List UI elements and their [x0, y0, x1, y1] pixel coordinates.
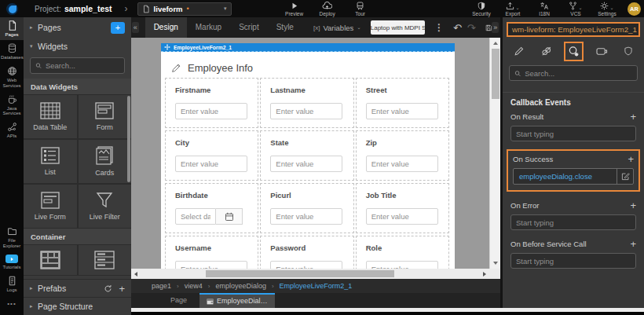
selected-widget-bar[interactable]: EmployeeLiveForm2_1 — [161, 43, 455, 52]
sidebar-item-logs[interactable]: Logs — [0, 273, 24, 295]
widget-tile-live-filter[interactable]: Live Filter — [79, 185, 132, 228]
canvas-vertical-scrollbar[interactable] — [489, 38, 500, 269]
sidebar-item-databases[interactable]: Databases — [0, 40, 24, 63]
horizontal-scroll-thumb[interactable] — [206, 270, 394, 277]
widget-tile-cards[interactable]: Cards — [79, 140, 132, 183]
form-field-jobtitle[interactable]: Job Title — [356, 183, 449, 233]
tab-design[interactable]: Design — [145, 17, 187, 38]
refresh-icon[interactable] — [104, 284, 112, 293]
form-field-lastname[interactable]: Lastname — [260, 78, 353, 128]
undo-button[interactable]: ↶ — [453, 22, 462, 34]
i18n-button[interactable]: I18N — [530, 2, 558, 16]
picurl-input[interactable] — [271, 212, 342, 221]
state-input[interactable] — [271, 159, 342, 168]
sidebar-item-java-services[interactable]: Java Services — [0, 91, 24, 119]
breadcrumb-employeeliveform[interactable]: EmployeeLiveForm2_1 — [280, 282, 353, 290]
deploy-button[interactable]: Deploy — [313, 2, 342, 16]
vcs-button[interactable]: ⌄ VCS — [562, 2, 590, 16]
pages-accordion-header[interactable]: ▸ Pages + — [24, 17, 131, 38]
scroll-up-arrow-icon[interactable] — [493, 42, 498, 45]
widget-tile-layout-grid[interactable] — [24, 245, 77, 275]
tour-button[interactable]: Tour — [346, 2, 375, 16]
widget-search[interactable] — [30, 57, 125, 74]
form-field-role[interactable]: Role — [356, 236, 449, 269]
tab-properties[interactable] — [510, 42, 528, 60]
on-error-input[interactable] — [516, 218, 631, 227]
add-prefab-button[interactable]: + — [119, 283, 125, 295]
wavemaker-logo-icon[interactable] — [0, 3, 24, 15]
redo-button[interactable]: ↷ — [467, 22, 476, 34]
sidebar-item-pages[interactable]: Pages — [0, 17, 24, 40]
tab-markup[interactable]: Markup — [187, 17, 230, 38]
lastname-input[interactable] — [271, 107, 342, 115]
scroll-left-arrow-icon[interactable] — [134, 272, 137, 277]
edit-action-button[interactable] — [617, 169, 633, 184]
sidebar-more-button[interactable]: ••• — [0, 295, 24, 315]
form-field-birthdate[interactable]: Birthdate — [165, 183, 258, 233]
tab-events[interactable] — [564, 42, 584, 61]
tab-security[interactable] — [620, 42, 636, 60]
zip-input[interactable] — [367, 159, 437, 168]
sidebar-item-apis[interactable]: APIs — [0, 119, 24, 141]
tab-device[interactable] — [593, 43, 611, 60]
bottom-tab-employeedialog[interactable]: EmployeeDial… — [199, 293, 275, 308]
vertical-scroll-thumb[interactable] — [492, 49, 499, 99]
page-selector-dropdown[interactable]: liveform • ▾ — [137, 2, 232, 16]
birthdate-input[interactable] — [176, 212, 215, 221]
form-field-firstname[interactable]: Firstname — [165, 78, 258, 128]
preview-button[interactable]: Preview — [280, 2, 309, 16]
form-field-password[interactable]: Password — [260, 236, 353, 269]
variables-dropdown[interactable]: [x] Variables ⌄ — [313, 24, 361, 32]
page-structure-accordion-header[interactable]: ▸ Page Structure — [24, 297, 131, 315]
device-selector[interactable]: Laptop with MDPI Screen ⌄ — [371, 20, 425, 35]
form-field-picurl[interactable]: Picurl — [260, 183, 353, 233]
security-button[interactable]: Security — [467, 2, 496, 16]
street-input[interactable] — [367, 107, 437, 115]
settings-button[interactable]: ⌄ Settings — [593, 2, 621, 16]
tab-styles[interactable] — [537, 42, 555, 60]
add-page-button[interactable]: + — [111, 22, 125, 34]
widget-tile-live-form[interactable]: Live Form — [24, 185, 77, 228]
sidebar-item-web-services[interactable]: Web Services — [0, 63, 24, 91]
calendar-button[interactable] — [216, 208, 243, 225]
breadcrumb-view4[interactable]: view4 — [185, 282, 203, 290]
properties-search[interactable] — [509, 65, 638, 81]
widget-tile-data-table[interactable]: Data Table — [24, 95, 77, 138]
add-on-error-action-button[interactable]: + — [630, 200, 636, 211]
form-field-state[interactable]: State — [260, 130, 353, 181]
widget-tile-accordion[interactable] — [79, 245, 132, 275]
sidebar-item-tutorials[interactable]: Tutorials — [0, 251, 24, 273]
left-panel-scrollbar[interactable] — [127, 96, 130, 182]
widget-tile-list[interactable]: List — [24, 140, 77, 183]
on-result-input[interactable] — [516, 130, 631, 138]
city-input[interactable] — [176, 159, 247, 168]
jobtitle-input[interactable] — [367, 212, 437, 221]
scroll-right-arrow-icon[interactable] — [483, 272, 486, 277]
properties-search-input[interactable] — [525, 69, 632, 78]
widget-search-input[interactable] — [46, 61, 119, 70]
form-field-zip[interactable]: Zip — [356, 130, 449, 181]
form-field-username[interactable]: Username — [165, 236, 258, 269]
on-success-action-link[interactable]: employeeDialog.close — [514, 169, 617, 184]
user-avatar[interactable]: AR — [628, 2, 641, 16]
form-field-city[interactable]: City — [165, 130, 258, 181]
form-field-street[interactable]: Street — [356, 78, 449, 128]
add-on-success-action-button[interactable]: + — [628, 153, 634, 165]
firstname-input[interactable] — [176, 107, 247, 115]
add-on-before-service-call-action-button[interactable]: + — [630, 238, 636, 250]
export-button[interactable]: ⌄ Export — [499, 2, 527, 16]
add-on-result-action-button[interactable]: + — [630, 111, 636, 123]
canvas-horizontal-scrollbar[interactable] — [131, 269, 500, 279]
collapse-left-panel-button[interactable]: « — [132, 22, 139, 33]
expand-right-panel-button[interactable]: » — [492, 22, 499, 33]
bottom-tab-page[interactable]: Page — [158, 293, 199, 308]
prefabs-accordion-header[interactable]: ▸ Prefabs + — [24, 279, 131, 297]
breadcrumb-page1[interactable]: page1 — [152, 282, 171, 290]
tab-script[interactable]: Script — [230, 17, 268, 38]
tab-style[interactable]: Style — [268, 17, 302, 38]
widgets-accordion-header[interactable]: ▾ Widgets — [24, 38, 131, 55]
sidebar-item-file-explorer[interactable]: File Explorer — [0, 223, 24, 251]
save-icon[interactable] — [485, 23, 492, 33]
widget-tile-form[interactable]: Form — [79, 95, 132, 138]
scroll-down-arrow-icon[interactable] — [493, 262, 498, 265]
